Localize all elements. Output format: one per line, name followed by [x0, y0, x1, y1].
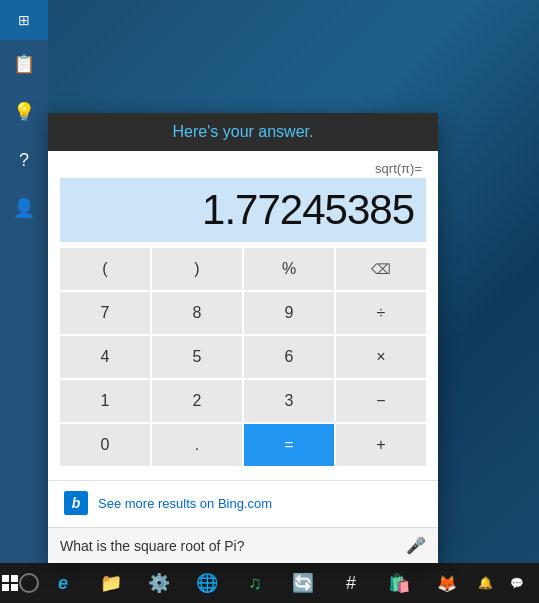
- cortana-popup: Here's your answer. sqrt(π)= 1.77245385 …: [48, 113, 438, 563]
- calc-btn-percent[interactable]: %: [244, 248, 334, 290]
- cortana-button[interactable]: [19, 563, 39, 603]
- cortana-header-text: Here's your answer.: [173, 123, 314, 140]
- bing-logo: b: [64, 491, 88, 515]
- notes-icon: 📋: [13, 53, 35, 75]
- calc-display: 1.77245385: [60, 178, 426, 242]
- taskbar: e 📁 ⚙️ 🌐 ♫ 🔄 # 🛍️ 🦊: [0, 563, 539, 603]
- calc-btn-5[interactable]: 5: [152, 336, 242, 378]
- calc-btn-decimal[interactable]: .: [152, 424, 242, 466]
- store-icon: 🛍️: [388, 572, 410, 594]
- start-button[interactable]: [0, 563, 19, 603]
- clock-icon: 💬: [510, 577, 524, 590]
- taskbar-explorer[interactable]: 📁: [87, 563, 135, 603]
- taskbar-icon-7[interactable]: #: [327, 563, 375, 603]
- sidebar-item-help[interactable]: ?: [0, 136, 48, 184]
- calc-btn-2[interactable]: 2: [152, 380, 242, 422]
- calc-btn-6[interactable]: 6: [244, 336, 334, 378]
- calc-btn-add[interactable]: +: [336, 424, 426, 466]
- sidebar-item-user[interactable]: 👤: [0, 184, 48, 232]
- bing-link[interactable]: b See more results on Bing.com: [48, 480, 438, 527]
- notification-icon: 🔔: [478, 576, 493, 590]
- sidebar-item-notes[interactable]: 📋: [0, 40, 48, 88]
- taskbar-firefox[interactable]: 🦊: [423, 563, 471, 603]
- calc-btn-0[interactable]: 0: [60, 424, 150, 466]
- help-icon: ?: [19, 150, 29, 171]
- cortana-header: Here's your answer.: [48, 113, 438, 151]
- windows-logo-icon: [2, 575, 18, 591]
- cortana-search-bar[interactable]: 🎤: [48, 527, 438, 563]
- calc-btn-7[interactable]: 7: [60, 292, 150, 334]
- calc-buttons: ( ) % ⌫ 7 8 9 ÷ 4 5 6 × 1 2 3 − 0: [60, 248, 426, 466]
- tray-notification[interactable]: 🔔: [471, 563, 499, 603]
- taskbar-settings[interactable]: ⚙️: [135, 563, 183, 603]
- calc-btn-backspace[interactable]: ⌫: [336, 248, 426, 290]
- system-tray: 🔔 💬: [471, 563, 539, 603]
- desktop: ⊞ 📋 💡 ? 👤 Here's your answer. sqrt(π)= 1…: [0, 0, 539, 603]
- bulb-icon: 💡: [13, 101, 35, 123]
- calc-btn-4[interactable]: 4: [60, 336, 150, 378]
- target-icon: #: [346, 573, 356, 594]
- tray-time[interactable]: 💬: [503, 563, 531, 603]
- taskbar-chrome[interactable]: 🌐: [183, 563, 231, 603]
- bing-link-text[interactable]: See more results on Bing.com: [98, 496, 272, 511]
- calc-btn-multiply[interactable]: ×: [336, 336, 426, 378]
- folder-icon: 📁: [100, 572, 122, 594]
- edge-icon: e: [58, 573, 68, 594]
- calc-expression: sqrt(π)=: [60, 161, 426, 178]
- search-input[interactable]: [60, 538, 398, 554]
- mic-icon[interactable]: 🎤: [406, 536, 426, 555]
- taskbar-store[interactable]: 🛍️: [375, 563, 423, 603]
- settings-icon: ⚙️: [148, 572, 170, 594]
- calc-btn-open-paren[interactable]: (: [60, 248, 150, 290]
- calc-btn-1[interactable]: 1: [60, 380, 150, 422]
- sidebar: ⊞ 📋 💡 ? 👤: [0, 0, 48, 563]
- chrome-icon: 🌐: [196, 572, 218, 594]
- calc-btn-divide[interactable]: ÷: [336, 292, 426, 334]
- firefox-icon: 🦊: [437, 574, 457, 593]
- refresh-icon: 🔄: [292, 572, 314, 594]
- sidebar-item-bulb[interactable]: 💡: [0, 88, 48, 136]
- sidebar-top-icon: ⊞: [18, 12, 30, 28]
- calc-btn-close-paren[interactable]: ): [152, 248, 242, 290]
- user-icon: 👤: [13, 197, 35, 219]
- taskbar-icon-6[interactable]: 🔄: [279, 563, 327, 603]
- calc-btn-equals[interactable]: =: [244, 424, 334, 466]
- calc-btn-3[interactable]: 3: [244, 380, 334, 422]
- taskbar-edge[interactable]: e: [39, 563, 87, 603]
- taskbar-items: e 📁 ⚙️ 🌐 ♫ 🔄 # 🛍️ 🦊: [39, 563, 471, 603]
- calculator-area: sqrt(π)= 1.77245385 ( ) % ⌫ 7 8 9 ÷ 4 5 …: [48, 151, 438, 478]
- sidebar-top: ⊞: [0, 0, 48, 40]
- taskbar-spotify[interactable]: ♫: [231, 563, 279, 603]
- calc-btn-9[interactable]: 9: [244, 292, 334, 334]
- calc-btn-8[interactable]: 8: [152, 292, 242, 334]
- spotify-icon: ♫: [248, 573, 262, 594]
- cortana-circle-icon: [19, 573, 39, 593]
- calc-btn-subtract[interactable]: −: [336, 380, 426, 422]
